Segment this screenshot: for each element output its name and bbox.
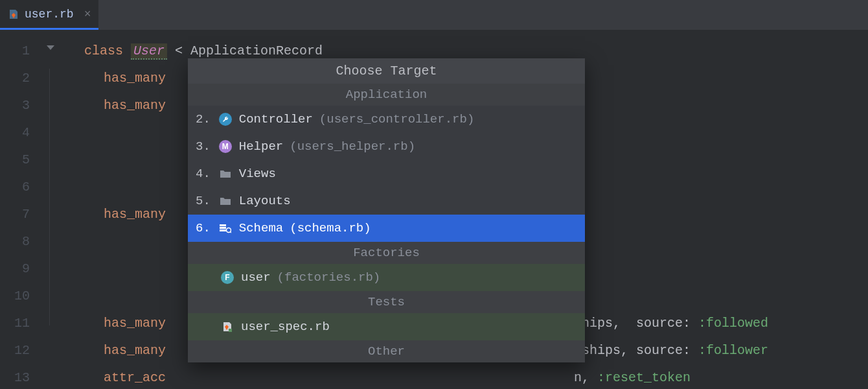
line-number[interactable]: 13 [0, 364, 45, 389]
fold-guide [49, 69, 50, 325]
folder-icon [218, 169, 233, 178]
popup-section-application: Application [188, 84, 585, 106]
target-user-factory[interactable]: F user (factories.rb) [188, 264, 585, 291]
fold-strip [45, 30, 65, 389]
module-icon: M [218, 140, 233, 153]
target-user-spec[interactable]: user_spec.rb [188, 313, 585, 340]
svg-rect-2 [220, 230, 226, 231]
wrench-icon [218, 113, 233, 126]
target-schema[interactable]: 6. Schema (schema.rb) [188, 215, 585, 242]
schema-icon [218, 223, 233, 233]
svg-point-3 [226, 228, 231, 233]
gutter: 1 2 3 4 5 6 7 8 9 10 11 12 13 [0, 30, 45, 389]
popup-section-other: Other [188, 340, 585, 362]
line-number[interactable]: 1 [0, 38, 45, 65]
line-number[interactable]: 2 [0, 65, 45, 92]
folder-icon [218, 196, 233, 206]
target-helper[interactable]: 3. M Helper (users_helper.rb) [188, 133, 585, 160]
fold-toggle-icon[interactable] [47, 45, 54, 50]
close-icon[interactable]: × [84, 8, 91, 21]
line-number[interactable]: 10 [0, 283, 45, 310]
svg-rect-4 [229, 329, 232, 332]
line-number[interactable]: 3 [0, 92, 45, 119]
code-line[interactable]: attr_accn, :reset_token [65, 364, 868, 389]
svg-rect-0 [220, 224, 226, 226]
ruby-file-icon [220, 321, 234, 333]
line-number[interactable]: 6 [0, 174, 45, 201]
line-number[interactable]: 12 [0, 337, 45, 364]
line-number[interactable]: 7 [0, 201, 45, 228]
tab-filename: user.rb [25, 8, 74, 21]
choose-target-popup: Choose Target Application 2. Controller … [188, 58, 585, 362]
editor: 1 2 3 4 5 6 7 8 9 10 11 12 13 class User… [0, 30, 868, 389]
line-number[interactable]: 11 [0, 310, 45, 337]
target-views[interactable]: 4. Views [188, 160, 585, 187]
target-layouts[interactable]: 5. Layouts [188, 187, 585, 215]
target-controller[interactable]: 2. Controller (users_controller.rb) [188, 106, 585, 133]
ruby-file-icon [8, 8, 19, 20]
line-number[interactable]: 5 [0, 147, 45, 174]
svg-rect-1 [220, 227, 226, 229]
line-number[interactable]: 9 [0, 255, 45, 283]
factory-icon: F [220, 271, 234, 284]
file-tab[interactable]: user.rb × [0, 0, 98, 30]
popup-title: Choose Target [188, 58, 585, 84]
line-number[interactable]: 4 [0, 119, 45, 147]
tab-bar: user.rb × [0, 0, 868, 30]
line-number[interactable]: 8 [0, 228, 45, 255]
popup-section-factories: Factories [188, 242, 585, 264]
popup-section-tests: Tests [188, 291, 585, 313]
